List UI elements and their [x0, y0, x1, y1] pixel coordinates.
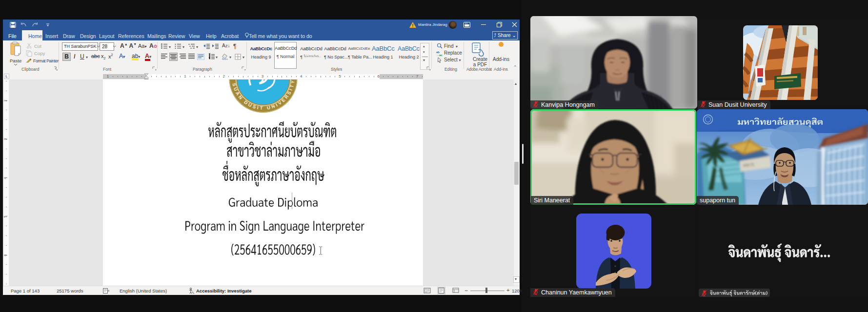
svg-text:มหาวิ: มหาวิ — [743, 163, 754, 168]
svg-text:→ac: →ac — [436, 54, 443, 56]
